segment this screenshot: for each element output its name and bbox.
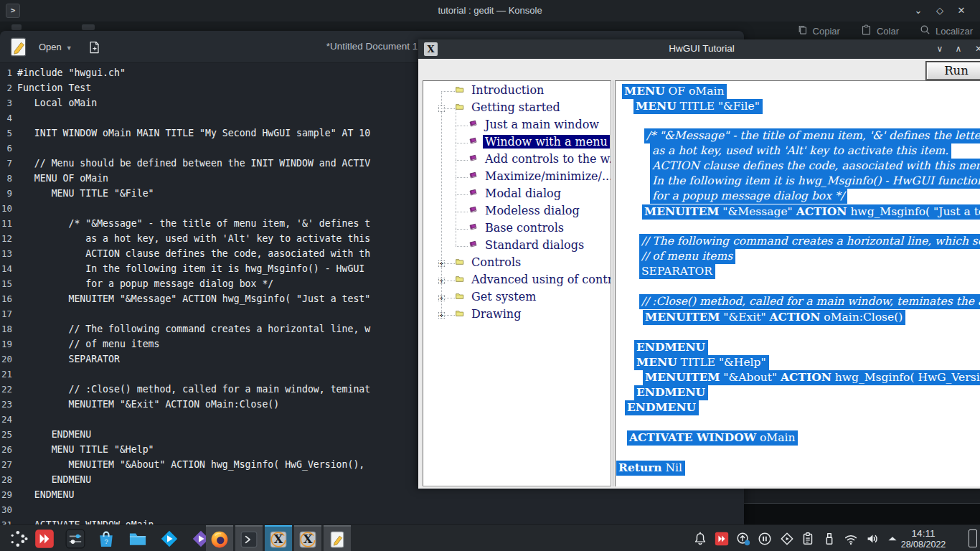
discover-icon[interactable]: ? [96, 529, 116, 549]
tree-item-modal-dialog[interactable]: Modal dialog [423, 187, 611, 202]
minimize-icon[interactable]: ⌄ [910, 4, 927, 17]
line-number: 11 [0, 218, 17, 229]
book-icon [469, 154, 481, 170]
doc-line: MENU TITLE "&File" [633, 99, 763, 114]
clock-date: 28/08/2022 [891, 540, 956, 550]
volume-icon[interactable] [864, 531, 880, 547]
clipboard-icon[interactable] [800, 531, 816, 547]
selected-text: MENUITEM "&Message" ACTION hwg_Msginfo( … [642, 204, 980, 220]
app-launcher-icon[interactable] [9, 529, 29, 549]
line-number: 4 [0, 113, 17, 123]
doc-line: MENUITEM "&Exit" ACTION oMain:Close() [643, 310, 905, 325]
hwgui-titlebar[interactable]: X HwGUI Tutorial ∨ ∧ ✕ [418, 39, 980, 59]
line-number: 12 [0, 233, 17, 244]
tree-item-advanced-using-of-contr[interactable]: +Advanced using of contr... [423, 273, 611, 288]
tree-item-drawing[interactable]: +Drawing [423, 307, 611, 323]
tree-item-get-system[interactable]: +Get system [423, 290, 611, 306]
tree-item-label: Modeless dialog [483, 204, 582, 217]
doc-line: MENUITEM "&About" ACTION hwg_Msginfo( Hw… [643, 370, 980, 385]
tree-item-just-a-main-window[interactable]: Just a main window [423, 118, 611, 133]
konsole-toolbar-copiar[interactable]: Copiar [796, 24, 840, 38]
task-button-x11-app[interactable]: X [294, 525, 321, 551]
tree-item-controls[interactable]: +Controls [423, 255, 611, 271]
editor-line: 13 ACTION clause defines the code, aasoc… [0, 245, 370, 260]
line-number: 5 [0, 128, 17, 138]
konsole-toolbar-colar[interactable]: Colar [860, 24, 899, 38]
konsole-toolbar-localizar[interactable]: Localizar [919, 24, 973, 38]
konsole-titlebar[interactable]: > tutorial : gedit — Konsole ⌄ ◇ ✕ [0, 0, 980, 22]
tree-item-label: Just a main window [483, 118, 601, 131]
close-icon[interactable]: ✕ [953, 4, 970, 17]
selected-text: ACTIVATE WINDOW oMain [627, 430, 798, 446]
tree-item-getting-started[interactable]: Getting started [423, 100, 611, 116]
shade-icon[interactable]: ∨ [932, 42, 948, 55]
tree-item-modeless-dialog[interactable]: Modeless dialog [423, 204, 611, 220]
task-button-firefox[interactable] [206, 525, 233, 551]
line-number: 26 [0, 444, 17, 455]
tree-item-label: Drawing [469, 307, 523, 321]
updates-icon[interactable] [735, 531, 751, 547]
line-number: 10 [0, 203, 17, 214]
selected-text: MENU TITLE "&Help" [634, 355, 769, 370]
editor-line: 4 [0, 110, 17, 125]
tree-item-label: Window with a menu [483, 135, 610, 149]
tree-item-introduction[interactable]: Introduction [423, 83, 611, 99]
gedit-icon [328, 530, 347, 549]
editor-line: 31 ACTIVATE WINDOW oMain [0, 517, 154, 524]
doc-line: ENDMENU [634, 340, 708, 355]
tree-item-add-controls-to-the-w[interactable]: Add controls to the w... [423, 152, 611, 168]
tree-item-label: Standard dialogs [483, 238, 586, 252]
folder-icon [456, 292, 467, 308]
file-manager-icon[interactable] [128, 529, 148, 549]
selected-text: Return Nil [616, 461, 685, 476]
tree-item-window-with-a-menu[interactable]: Window with a menu [423, 135, 611, 151]
doc-line: // The following command creates a horiz… [639, 235, 980, 250]
line-number: 31 [0, 519, 17, 524]
run-button[interactable]: Run [926, 62, 980, 80]
anydesk-icon[interactable] [34, 529, 55, 549]
konsole-toolbar-actions: CopiarColarLocalizar [796, 24, 973, 38]
anydesk-tray-icon[interactable] [714, 531, 730, 547]
doc-line: // :Close() method, called for a main wi… [639, 295, 980, 310]
maximize-icon[interactable]: ◇ [931, 4, 948, 17]
tree-item-standard-dialogs[interactable]: Standard dialogs [423, 238, 611, 254]
tutorial-code-panel[interactable]: MENU OF oMainMENU TITLE "&File"/* "&Mess… [615, 80, 980, 486]
wifi-icon[interactable] [843, 531, 859, 547]
notifications-bell-icon[interactable] [692, 531, 708, 547]
kodi-icon[interactable] [159, 529, 179, 549]
close-icon[interactable]: ✕ [971, 42, 980, 55]
editor-line: 30 [0, 501, 17, 517]
editor-line: 21 [0, 366, 17, 381]
hwgui-title: HwGUI Tutorial [418, 43, 980, 54]
media-pause-icon[interactable] [757, 531, 773, 547]
panel-splitter[interactable] [613, 80, 613, 486]
usb-device-icon[interactable] [821, 531, 837, 547]
maximize-icon[interactable]: ∧ [951, 42, 966, 55]
line-number: 21 [0, 369, 17, 380]
line-number: 15 [0, 278, 17, 289]
editor-line: 1#include "hwgui.ch" [0, 65, 126, 80]
tree-item-maximize-minimize[interactable]: Maximize/minimize/... [423, 169, 611, 185]
task-button-gedit[interactable] [324, 525, 351, 551]
settings-icon[interactable] [65, 529, 85, 549]
editor-line: 20 SEPARATOR [0, 351, 120, 366]
tree-item-base-controls[interactable]: Base controls [423, 221, 611, 237]
doc-line: for a popup message dialog box */ [650, 189, 847, 204]
task-button-x11-app[interactable]: X [265, 525, 292, 551]
doc-line: MENU TITLE "&Help" [634, 355, 769, 370]
editor-line: 25 ENDMENU [0, 426, 91, 441]
svg-text:X: X [274, 532, 283, 546]
line-number: 20 [0, 354, 17, 364]
selected-text: ACTION clause defines the code, aasociat… [650, 159, 980, 174]
tree-item-label: Introduction [469, 83, 546, 97]
editor-line: 12 as a hot key, used with 'Alt' key to … [0, 230, 370, 245]
toolbar-stub-icon [82, 24, 95, 30]
clock[interactable]: 14:11 28/08/2022 [891, 528, 956, 550]
tutorial-tree-panel[interactable]: IntroductionGetting startedJust a main w… [423, 80, 611, 486]
player-diamond-icon[interactable] [779, 531, 795, 547]
doc-line: /* "&Message" - the title of menu item, … [644, 129, 980, 144]
task-button-konsole[interactable] [235, 525, 263, 551]
konsole-icon [240, 530, 258, 549]
show-desktop-button[interactable] [969, 529, 977, 547]
selected-text: for a popup message dialog box */ [650, 189, 847, 204]
